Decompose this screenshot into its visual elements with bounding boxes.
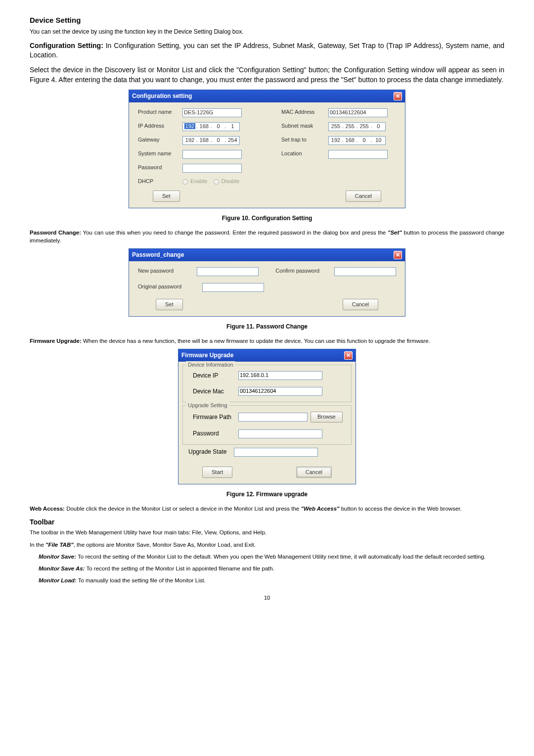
gateway-octet-2: 168: [198, 137, 210, 144]
gateway-label: Gateway: [138, 136, 182, 145]
firmware-upgrade-label: Firmware Upgrade:: [30, 338, 82, 344]
monitor-save-text: To record the setting of the Monitor Lis…: [76, 554, 486, 560]
set-button[interactable]: Set: [153, 190, 180, 202]
heading-device-setting: Device Setting: [30, 15, 504, 25]
new-password-label: New password: [138, 267, 197, 276]
paragraph-password-change: Password Change: You can use this when y…: [30, 229, 504, 244]
original-password-label: Original password: [138, 283, 202, 292]
paragraph-monitor-save-as: Monitor Save As: To record the setting o…: [30, 565, 504, 572]
product-name-input[interactable]: DES-1226G: [182, 108, 242, 117]
set-trap-to-input[interactable]: 192. 168. 0. 10: [328, 136, 386, 145]
dialog-title-text: Firmware Upgrade: [181, 351, 233, 360]
firmware-path-label: Firmware Path: [189, 413, 238, 422]
original-password-input[interactable]: [202, 283, 264, 292]
device-ip-input[interactable]: 192.168.0.1: [238, 371, 322, 380]
firmware-upgrade-text: When the device has a new function, ther…: [82, 338, 430, 344]
close-icon[interactable]: ✕: [344, 351, 353, 360]
ip-octet-3: 0: [213, 123, 224, 130]
paragraph-monitor-save: Monitor Save: To record the setting of t…: [30, 553, 504, 561]
paragraph-web-access: Web Access: Double click the device in t…: [30, 505, 504, 513]
password-change-set: "Set": [388, 230, 402, 236]
dhcp-enable-label: Enable: [190, 178, 207, 184]
firmware-path-input[interactable]: [238, 413, 308, 422]
gateway-octet-3: 0: [213, 137, 224, 144]
location-input[interactable]: [328, 150, 388, 159]
subnet-octet-2: 255: [344, 123, 356, 130]
ip-octet-4: 1: [226, 123, 238, 130]
password-change-dialog: Password_change ✕ New password Confirm p…: [129, 248, 405, 317]
gateway-octet-4: 254: [226, 137, 238, 144]
set-trap-to-label: Set trap to: [281, 136, 328, 145]
fw-password-input[interactable]: [238, 429, 322, 438]
set-button[interactable]: Set: [156, 299, 183, 310]
mac-address-input[interactable]: 001346122604: [328, 108, 388, 117]
web-access-text1: Double click the device in the Monitor L…: [65, 506, 301, 512]
subnet-mask-input[interactable]: 255. 255. 255. 0: [328, 122, 386, 131]
cancel-button[interactable]: Cancel: [343, 299, 378, 310]
web-access-label: Web Access:: [30, 506, 65, 512]
dialog-titlebar: Firmware Upgrade ✕: [178, 349, 356, 362]
monitor-load-label: Monitor Load:: [39, 577, 77, 583]
ip-address-input[interactable]: 192. 168. 0. 1: [182, 122, 240, 131]
paragraph-firmware-upgrade: Firmware Upgrade: When the device has a …: [30, 337, 504, 345]
start-button[interactable]: Start: [202, 467, 232, 478]
close-icon[interactable]: ✕: [394, 251, 402, 259]
subnet-octet-3: 255: [358, 123, 370, 130]
trap-octet-3: 0: [358, 137, 370, 144]
password-input[interactable]: [182, 164, 242, 173]
upgrade-state-label: Upgrade State: [184, 448, 234, 456]
confirm-password-label: Confirm password: [275, 267, 334, 276]
cancel-button[interactable]: Cancel: [296, 467, 332, 478]
browse-button[interactable]: Browse: [311, 412, 343, 422]
dialog-title-text: Password_change: [132, 251, 184, 259]
figure10-caption: Figure 10. Configuration Setting: [30, 214, 504, 223]
dhcp-enable-radio[interactable]: [182, 179, 188, 185]
figure11-caption: Figure 11. Password Change: [30, 323, 504, 331]
configuration-setting-dialog: Configuration setting ✕ Product name DES…: [129, 90, 405, 208]
paragraph-toolbar-intro: The toolbar in the Web Management Utilit…: [30, 528, 504, 536]
new-password-input[interactable]: [197, 267, 259, 276]
dialog-titlebar: Password_change ✕: [129, 249, 405, 261]
password-label: Password: [138, 164, 182, 173]
close-icon[interactable]: ✕: [394, 92, 402, 100]
trap-octet-4: 10: [372, 137, 384, 144]
monitor-load-text: To manually load the setting file of the…: [77, 577, 206, 583]
figure12-caption: Figure 12. Firmware upgrade: [30, 490, 504, 499]
upgrade-setting-legend: Upgrade Setting: [186, 402, 229, 409]
upgrade-setting-fieldset: Upgrade Setting Firmware Path Browse Pas…: [182, 405, 352, 444]
config-setting-label: Configuration Setting:: [30, 42, 103, 49]
file-tab-text1: In the: [30, 542, 45, 548]
dhcp-disable-radio[interactable]: [214, 179, 219, 185]
trap-octet-1: 192: [330, 137, 342, 144]
system-name-label: System name: [138, 150, 182, 159]
location-label: Location: [281, 150, 328, 159]
device-mac-label: Device Mac: [189, 387, 238, 396]
subnet-mask-label: Subnet mask: [281, 122, 328, 131]
file-tab-text2: , the options are Monitor Save, Monitor …: [74, 542, 256, 548]
trap-octet-2: 168: [344, 137, 356, 144]
device-info-fieldset: Device Information Device IP 192.168.0.1…: [182, 365, 352, 402]
device-mac-input[interactable]: 001346122604: [238, 387, 322, 396]
page-number: 10: [30, 594, 504, 602]
paragraph-file-tab: In the "File TAB", the options are Monit…: [30, 541, 504, 549]
dhcp-disable-label: Disable: [222, 178, 240, 184]
dhcp-label: DHCP: [138, 178, 182, 185]
paragraph-monitor-load: Monitor Load: To manually load the setti…: [30, 576, 504, 584]
cancel-button[interactable]: Cancel: [346, 190, 381, 202]
monitor-save-as-text: To record the setting of the Monitor Lis…: [85, 566, 274, 571]
gateway-input[interactable]: 192. 168. 0. 254: [182, 136, 240, 145]
firmware-upgrade-dialog: Firmware Upgrade ✕ Device Information De…: [178, 349, 356, 484]
confirm-password-input[interactable]: [334, 267, 396, 276]
system-name-input[interactable]: [182, 150, 242, 159]
subnet-octet-1: 255: [330, 123, 342, 130]
subnet-octet-4: 0: [372, 123, 384, 130]
upgrade-state-field: [234, 448, 318, 457]
paragraph-config-setting: Configuration Setting: In Configuration …: [30, 41, 504, 60]
device-ip-label: Device IP: [189, 372, 238, 380]
gateway-octet-1: 192: [184, 137, 196, 144]
ip-octet-1: 192: [184, 123, 195, 129]
dialog-title-text: Configuration setting: [132, 92, 192, 100]
monitor-save-label: Monitor Save:: [39, 554, 76, 560]
fw-password-label: Password: [189, 429, 238, 438]
password-change-text1: You can use this when you need to change…: [81, 230, 388, 236]
